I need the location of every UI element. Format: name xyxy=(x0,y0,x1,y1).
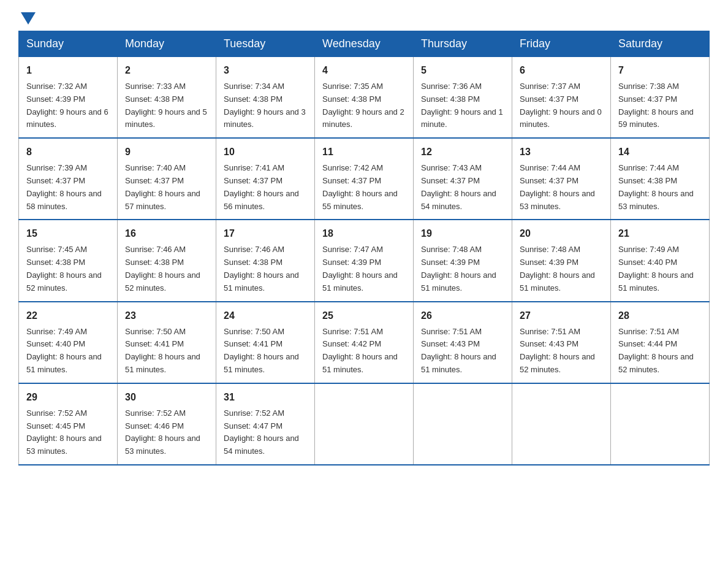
calendar-day-cell: 29 Sunrise: 7:52 AM Sunset: 4:45 PM Dayl… xyxy=(19,383,118,465)
day-info: Sunrise: 7:46 AM Sunset: 4:38 PM Dayligh… xyxy=(125,243,208,294)
day-info: Sunrise: 7:37 AM Sunset: 4:37 PM Dayligh… xyxy=(520,80,603,131)
day-info: Sunrise: 7:46 AM Sunset: 4:38 PM Dayligh… xyxy=(224,243,307,294)
calendar-day-cell: 16 Sunrise: 7:46 AM Sunset: 4:38 PM Dayl… xyxy=(118,220,216,301)
day-info: Sunrise: 7:43 AM Sunset: 4:37 PM Dayligh… xyxy=(421,162,504,213)
calendar-day-cell: 30 Sunrise: 7:52 AM Sunset: 4:46 PM Dayl… xyxy=(118,383,216,465)
day-number: 30 xyxy=(125,390,208,405)
calendar-day-cell: 28 Sunrise: 7:51 AM Sunset: 4:44 PM Dayl… xyxy=(611,302,710,383)
calendar-day-cell: 13 Sunrise: 7:44 AM Sunset: 4:37 PM Dayl… xyxy=(512,138,611,220)
weekday-header-row: SundayMondayTuesdayWednesdayThursdayFrid… xyxy=(19,31,710,57)
calendar-day-cell: 24 Sunrise: 7:50 AM Sunset: 4:41 PM Dayl… xyxy=(216,302,315,383)
day-info: Sunrise: 7:50 AM Sunset: 4:41 PM Dayligh… xyxy=(125,326,208,377)
day-info: Sunrise: 7:52 AM Sunset: 4:47 PM Dayligh… xyxy=(224,407,307,458)
calendar-day-cell: 7 Sunrise: 7:38 AM Sunset: 4:37 PM Dayli… xyxy=(611,57,710,139)
calendar-day-cell xyxy=(414,383,512,465)
calendar-day-cell: 20 Sunrise: 7:48 AM Sunset: 4:39 PM Dayl… xyxy=(512,220,611,301)
calendar-week-row: 1 Sunrise: 7:32 AM Sunset: 4:39 PM Dayli… xyxy=(19,57,710,139)
day-number: 20 xyxy=(520,226,603,241)
day-number: 5 xyxy=(421,63,504,78)
calendar-day-cell: 18 Sunrise: 7:47 AM Sunset: 4:39 PM Dayl… xyxy=(315,220,414,301)
calendar-day-cell: 4 Sunrise: 7:35 AM Sunset: 4:38 PM Dayli… xyxy=(315,57,414,139)
day-number: 21 xyxy=(618,226,702,241)
day-info: Sunrise: 7:42 AM Sunset: 4:37 PM Dayligh… xyxy=(322,162,406,213)
calendar-day-cell: 6 Sunrise: 7:37 AM Sunset: 4:37 PM Dayli… xyxy=(512,57,611,139)
day-number: 27 xyxy=(520,308,603,323)
day-number: 31 xyxy=(224,390,307,405)
calendar-day-cell: 25 Sunrise: 7:51 AM Sunset: 4:42 PM Dayl… xyxy=(315,302,414,383)
day-info: Sunrise: 7:34 AM Sunset: 4:38 PM Dayligh… xyxy=(224,80,307,131)
day-number: 1 xyxy=(26,63,110,78)
day-info: Sunrise: 7:49 AM Sunset: 4:40 PM Dayligh… xyxy=(26,326,110,377)
calendar-day-cell: 11 Sunrise: 7:42 AM Sunset: 4:37 PM Dayl… xyxy=(315,138,414,220)
weekday-header-sunday: Sunday xyxy=(19,31,118,57)
day-info: Sunrise: 7:38 AM Sunset: 4:37 PM Dayligh… xyxy=(618,80,702,131)
day-number: 16 xyxy=(125,226,208,241)
day-info: Sunrise: 7:52 AM Sunset: 4:45 PM Dayligh… xyxy=(26,407,110,458)
calendar-day-cell: 3 Sunrise: 7:34 AM Sunset: 4:38 PM Dayli… xyxy=(216,57,315,139)
day-info: Sunrise: 7:39 AM Sunset: 4:37 PM Dayligh… xyxy=(26,162,110,213)
page-header xyxy=(18,12,710,25)
calendar-day-cell: 15 Sunrise: 7:45 AM Sunset: 4:38 PM Dayl… xyxy=(19,220,118,301)
day-info: Sunrise: 7:40 AM Sunset: 4:37 PM Dayligh… xyxy=(125,162,208,213)
calendar-day-cell: 1 Sunrise: 7:32 AM Sunset: 4:39 PM Dayli… xyxy=(19,57,118,139)
calendar-day-cell: 10 Sunrise: 7:41 AM Sunset: 4:37 PM Dayl… xyxy=(216,138,315,220)
day-number: 13 xyxy=(520,145,603,159)
day-info: Sunrise: 7:47 AM Sunset: 4:39 PM Dayligh… xyxy=(322,243,406,294)
day-info: Sunrise: 7:32 AM Sunset: 4:39 PM Dayligh… xyxy=(26,80,110,131)
logo-triangle-icon xyxy=(21,12,36,25)
calendar-day-cell: 12 Sunrise: 7:43 AM Sunset: 4:37 PM Dayl… xyxy=(414,138,512,220)
day-info: Sunrise: 7:51 AM Sunset: 4:44 PM Dayligh… xyxy=(618,326,702,377)
day-info: Sunrise: 7:51 AM Sunset: 4:42 PM Dayligh… xyxy=(322,326,406,377)
weekday-header-thursday: Thursday xyxy=(414,31,512,57)
calendar-day-cell: 14 Sunrise: 7:44 AM Sunset: 4:38 PM Dayl… xyxy=(611,138,710,220)
calendar-day-cell: 31 Sunrise: 7:52 AM Sunset: 4:47 PM Dayl… xyxy=(216,383,315,465)
day-info: Sunrise: 7:51 AM Sunset: 4:43 PM Dayligh… xyxy=(520,326,603,377)
calendar-week-row: 29 Sunrise: 7:52 AM Sunset: 4:45 PM Dayl… xyxy=(19,383,710,465)
calendar-day-cell: 22 Sunrise: 7:49 AM Sunset: 4:40 PM Dayl… xyxy=(19,302,118,383)
calendar-day-cell xyxy=(315,383,414,465)
calendar-day-cell xyxy=(512,383,611,465)
day-info: Sunrise: 7:52 AM Sunset: 4:46 PM Dayligh… xyxy=(125,407,208,458)
calendar-day-cell: 9 Sunrise: 7:40 AM Sunset: 4:37 PM Dayli… xyxy=(118,138,216,220)
calendar-day-cell: 17 Sunrise: 7:46 AM Sunset: 4:38 PM Dayl… xyxy=(216,220,315,301)
day-info: Sunrise: 7:49 AM Sunset: 4:40 PM Dayligh… xyxy=(618,243,702,294)
logo xyxy=(18,12,36,25)
day-number: 15 xyxy=(26,226,110,241)
day-number: 23 xyxy=(125,308,208,323)
day-info: Sunrise: 7:36 AM Sunset: 4:38 PM Dayligh… xyxy=(421,80,504,131)
day-number: 3 xyxy=(224,63,307,78)
day-number: 7 xyxy=(618,63,702,78)
day-number: 29 xyxy=(26,390,110,405)
calendar-day-cell: 26 Sunrise: 7:51 AM Sunset: 4:43 PM Dayl… xyxy=(414,302,512,383)
calendar-week-row: 8 Sunrise: 7:39 AM Sunset: 4:37 PM Dayli… xyxy=(19,138,710,220)
day-info: Sunrise: 7:45 AM Sunset: 4:38 PM Dayligh… xyxy=(26,243,110,294)
day-number: 9 xyxy=(125,145,208,159)
day-info: Sunrise: 7:41 AM Sunset: 4:37 PM Dayligh… xyxy=(224,162,307,213)
day-number: 6 xyxy=(520,63,603,78)
calendar-day-cell: 8 Sunrise: 7:39 AM Sunset: 4:37 PM Dayli… xyxy=(19,138,118,220)
calendar-day-cell xyxy=(611,383,710,465)
day-number: 25 xyxy=(322,308,406,323)
calendar-body: 1 Sunrise: 7:32 AM Sunset: 4:39 PM Dayli… xyxy=(19,57,710,465)
day-number: 22 xyxy=(26,308,110,323)
day-info: Sunrise: 7:51 AM Sunset: 4:43 PM Dayligh… xyxy=(421,326,504,377)
day-info: Sunrise: 7:48 AM Sunset: 4:39 PM Dayligh… xyxy=(421,243,504,294)
day-number: 2 xyxy=(125,63,208,78)
calendar-header: SundayMondayTuesdayWednesdayThursdayFrid… xyxy=(19,31,710,57)
day-number: 24 xyxy=(224,308,307,323)
calendar-day-cell: 2 Sunrise: 7:33 AM Sunset: 4:38 PM Dayli… xyxy=(118,57,216,139)
day-number: 17 xyxy=(224,226,307,241)
day-info: Sunrise: 7:35 AM Sunset: 4:38 PM Dayligh… xyxy=(322,80,406,131)
calendar-day-cell: 21 Sunrise: 7:49 AM Sunset: 4:40 PM Dayl… xyxy=(611,220,710,301)
weekday-header-friday: Friday xyxy=(512,31,611,57)
day-info: Sunrise: 7:48 AM Sunset: 4:39 PM Dayligh… xyxy=(520,243,603,294)
calendar-day-cell: 27 Sunrise: 7:51 AM Sunset: 4:43 PM Dayl… xyxy=(512,302,611,383)
day-number: 4 xyxy=(322,63,406,78)
weekday-header-saturday: Saturday xyxy=(611,31,710,57)
weekday-header-tuesday: Tuesday xyxy=(216,31,315,57)
day-number: 19 xyxy=(421,226,504,241)
logo-general-text xyxy=(18,12,36,25)
calendar-week-row: 22 Sunrise: 7:49 AM Sunset: 4:40 PM Dayl… xyxy=(19,302,710,383)
day-number: 14 xyxy=(618,145,702,159)
day-number: 26 xyxy=(421,308,504,323)
